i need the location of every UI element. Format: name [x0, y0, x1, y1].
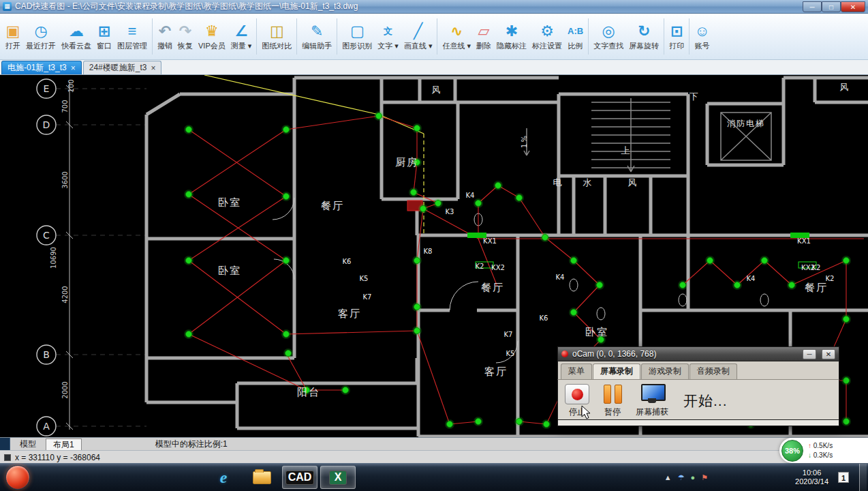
- title-bar[interactable]: ▦ CAD快速看图 - E:\公司文件\安装课程录制\教学图纸\教学图纸\教学图…: [0, 0, 868, 14]
- screen-capture-label: 屏幕捕获: [636, 406, 668, 418]
- sheet-tab-bar: 模型 布局1 模型中的标注比例:1: [0, 437, 868, 450]
- tab-close-icon[interactable]: ×: [71, 63, 76, 73]
- toolbar-recent-open-button[interactable]: ◷最近打开: [23, 21, 59, 53]
- svg-text:K6: K6: [540, 314, 548, 322]
- svg-text:水: 水: [583, 177, 593, 188]
- ocam-pause-button[interactable]: 暂停: [600, 384, 625, 418]
- ocam-minimize-button[interactable]: ─: [803, 349, 816, 359]
- toolbar-separator: [256, 18, 257, 55]
- toolbar-shape-recognition-button[interactable]: ▢图形识别: [339, 21, 375, 53]
- toolbar-draw-line-button[interactable]: ╱画直线 ▾: [401, 21, 435, 53]
- start-button[interactable]: [5, 465, 30, 490]
- svg-text:K4: K4: [747, 275, 756, 282]
- ocam-status-text: 开始...: [683, 391, 728, 411]
- toilet: [679, 294, 687, 306]
- taskbar-clock[interactable]: 10:06 2020/3/14: [795, 468, 828, 486]
- account-label: 账号: [694, 41, 709, 51]
- toolbar-vip-button[interactable]: ♛VIP会员: [196, 21, 228, 53]
- toolbar-cloud-drive-button[interactable]: ☁快看云盘: [59, 21, 94, 53]
- ocam-tab-0[interactable]: 菜单: [561, 363, 592, 379]
- sheet-tab-model[interactable]: 模型: [13, 438, 43, 450]
- pause-icon: [600, 384, 625, 404]
- ocam-tab-bar: 菜单屏幕录制游戏录制音频录制: [557, 361, 839, 379]
- close-button[interactable]: ✕: [841, 1, 865, 12]
- shape-recognition-icon: ▢: [350, 23, 365, 40]
- toolbar-screen-rotate-button[interactable]: ↻屏幕旋转: [626, 21, 662, 53]
- toolbar-open-button[interactable]: ▣打开: [3, 21, 23, 53]
- toolbar-text-find-button[interactable]: ◎文字查找: [591, 21, 626, 53]
- toolbar-print-button[interactable]: ⊡打印: [666, 21, 687, 53]
- status-bar: x = 331110 y = -368064: [0, 450, 868, 464]
- toolbar-drawing-compare-button[interactable]: ◫图纸对比: [259, 21, 294, 53]
- maximize-button[interactable]: □: [822, 1, 841, 12]
- tray-icon-0[interactable]: ▲: [664, 473, 672, 482]
- ocam-title-bar[interactable]: oCam (0, 0, 1366, 768) ─ ✕: [557, 346, 839, 361]
- drawing-tab-0[interactable]: 电施-01新_t3_t3×: [1, 61, 82, 74]
- toolbar-separator: [689, 18, 689, 55]
- svg-text:700: 700: [61, 100, 69, 113]
- drawing-tab-1[interactable]: 24#楼暖施新_t3×: [83, 61, 162, 74]
- toolbar-layer-manage-button[interactable]: ≡图层管理: [114, 21, 150, 53]
- tray-icon-2[interactable]: ●: [691, 473, 696, 482]
- toolbar-annotation-settings-button[interactable]: ⚙标注设置: [529, 21, 565, 53]
- tab-close-icon[interactable]: ×: [151, 63, 155, 73]
- toolbar-account-button[interactable]: ☺账号: [692, 21, 712, 53]
- ocam-window[interactable]: oCam (0, 0, 1366, 768) ─ ✕ 菜单屏幕录制游戏录制音频录…: [557, 346, 839, 426]
- svg-text:卧室: 卧室: [218, 265, 241, 277]
- toolbar-scale-button[interactable]: A:B比例: [565, 21, 586, 53]
- redo-label: 恢复: [178, 41, 193, 51]
- toolbar-redo-button[interactable]: ↷恢复: [175, 21, 196, 53]
- taskbar-item-excel[interactable]: X: [320, 466, 356, 489]
- ocam-tab-1[interactable]: 屏幕录制: [593, 363, 640, 379]
- door-arc: [450, 282, 478, 310]
- cad-canvas[interactable]: EDCBA10070036001069042002000 厨房餐厅卧室卧室客厅阳…: [0, 75, 868, 437]
- network-speed-badge[interactable]: 38% ↑ 0.5K/s ↓ 0.3K/s: [779, 438, 868, 463]
- toolbar-free-line-button[interactable]: ∿任意线 ▾: [439, 21, 474, 53]
- toolbar-text-button[interactable]: 文文字 ▾: [375, 21, 401, 53]
- tab-label: 电施-01新_t3_t3: [7, 62, 67, 74]
- input-method-indicator[interactable]: 1: [838, 472, 849, 483]
- toolbar-separator: [664, 18, 664, 55]
- toolbar-delete-button[interactable]: ▱删除: [474, 21, 494, 53]
- annotation-settings-icon: ⚙: [540, 23, 554, 40]
- tray-icon-3[interactable]: ⚑: [701, 473, 708, 482]
- tray-icon-1[interactable]: ☂: [678, 473, 685, 482]
- coordinate-icon: [4, 454, 11, 461]
- svg-text:3600: 3600: [61, 171, 69, 188]
- redo-icon: ↷: [179, 23, 191, 40]
- usage-percent-badge[interactable]: 38%: [781, 440, 803, 462]
- open-icon: ▣: [6, 23, 20, 40]
- minimize-button[interactable]: ─: [803, 1, 822, 12]
- toolbar-separator: [152, 18, 153, 55]
- taskbar-item-cad-viewer[interactable]: CAD: [282, 466, 317, 489]
- ocam-close-button[interactable]: ✕: [822, 349, 835, 359]
- door-arc: [273, 198, 294, 220]
- taskbar: eCADX ▲☂●⚑ 10:06 2020/3/14 1: [0, 463, 868, 491]
- scale-label: 比例: [568, 41, 583, 51]
- ocam-tab-2[interactable]: 游戏录制: [641, 363, 689, 379]
- svg-text:餐厅: 餐厅: [805, 282, 828, 294]
- ocam-tab-3[interactable]: 音频录制: [689, 363, 737, 379]
- print-label: 打印: [669, 41, 684, 51]
- svg-text:电: 电: [553, 177, 563, 188]
- svg-text:卧室: 卧室: [218, 196, 241, 209]
- toolbar-hide-annotation-button[interactable]: ✱隐藏标注: [494, 21, 529, 53]
- svg-text:D: D: [43, 119, 50, 130]
- svg-text:阳台: 阳台: [297, 386, 320, 398]
- application-window: ▦ CAD快速看图 - E:\公司文件\安装课程录制\教学图纸\教学图纸\教学图…: [0, 0, 868, 491]
- show-desktop-button[interactable]: [859, 464, 867, 491]
- text-label: 文字 ▾: [377, 41, 399, 51]
- toolbar-window-button[interactable]: ⊞窗口: [94, 21, 114, 53]
- svg-text:10690: 10690: [50, 247, 57, 269]
- svg-text:4200: 4200: [61, 286, 69, 303]
- monitor-icon: [639, 384, 665, 404]
- toolbar-measure-button[interactable]: ∠测量 ▾: [228, 21, 255, 53]
- reference-lines: [204, 75, 424, 233]
- taskbar-item-internet-explorer[interactable]: e: [206, 466, 241, 489]
- sheet-tab-layout1[interactable]: 布局1: [46, 438, 82, 450]
- toolbar-edit-assistant-button[interactable]: ✎编辑助手: [299, 21, 335, 53]
- ocam-screen-capture-button[interactable]: 屏幕捕获: [636, 384, 668, 418]
- taskbar-item-file-explorer[interactable]: [244, 466, 279, 489]
- edit-assistant-icon: ✎: [311, 23, 323, 40]
- toolbar-undo-button[interactable]: ↶撤销: [155, 21, 175, 53]
